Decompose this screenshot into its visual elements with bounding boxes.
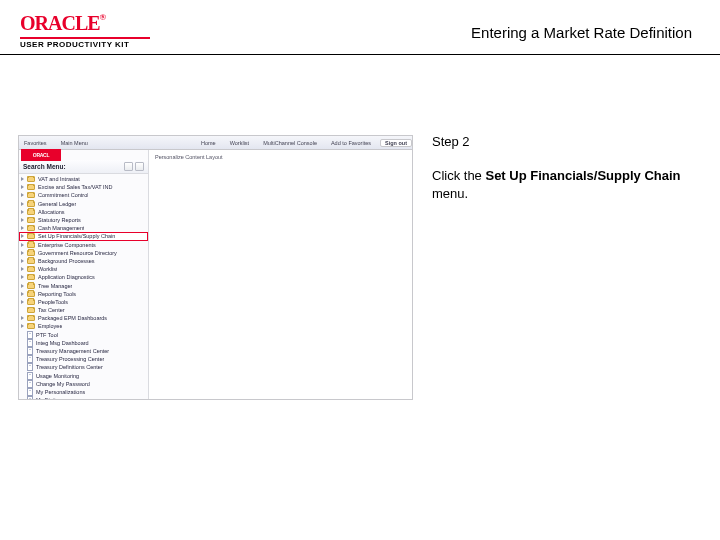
expand-icon [21, 193, 24, 197]
expand-icon [21, 226, 24, 230]
expand-icon [21, 185, 24, 189]
add-favorites-link[interactable]: Add to Favorites [326, 140, 376, 146]
nav-item-label: Enterprise Components [38, 242, 96, 248]
nav-item[interactable]: Background Processes [19, 257, 148, 265]
folder-icon [27, 291, 35, 297]
nav-item[interactable]: Treasury Management Center [19, 347, 148, 355]
folder-icon [27, 299, 35, 305]
instruction-panel: Step 2 Click the Set Up Financials/Suppl… [432, 134, 692, 202]
brand-tag: ORACL [21, 149, 61, 161]
nav-item-label: Application Diagnostics [38, 274, 95, 280]
nav-item[interactable]: Usage Monitoring [19, 372, 148, 380]
instruction-before: Click the [432, 168, 485, 183]
folder-icon [27, 307, 35, 313]
nav-item[interactable]: My Personalizations [19, 388, 148, 396]
main-menu-link[interactable]: Main Menu [56, 140, 93, 146]
nav-item[interactable]: Change My Password [19, 380, 148, 388]
home-link[interactable]: Home [196, 140, 221, 146]
nav-collapse-icon[interactable] [135, 162, 144, 171]
folder-icon [27, 184, 35, 190]
nav-item[interactable]: My Dictionary [19, 396, 148, 400]
folder-icon [27, 266, 35, 272]
folder-icon [27, 209, 35, 215]
folder-icon [27, 323, 35, 329]
nav-item-label: PTF Tool [36, 332, 58, 338]
folder-icon [27, 258, 35, 264]
expand-icon [21, 218, 24, 222]
nav-item[interactable]: Packaged EPM Dashboards [19, 314, 148, 322]
nav-header-label: Search Menu: [23, 163, 66, 170]
expand-icon [21, 234, 24, 238]
nav-item[interactable]: PTF Tool [19, 331, 148, 339]
expand-icon [21, 259, 24, 263]
nav-item-label: Usage Monitoring [36, 373, 79, 379]
folder-icon [27, 250, 35, 256]
logo-subtitle: USER PRODUCTIVITY KIT [20, 40, 150, 49]
logo-text: ORACLE® [20, 12, 150, 35]
expand-icon [21, 177, 24, 181]
nav-item[interactable]: Worklist [19, 265, 148, 273]
nav-item-label: Packaged EPM Dashboards [38, 315, 107, 321]
nav-item[interactable]: Cash Management [19, 224, 148, 232]
nav-item[interactable]: Treasury Definitions Center [19, 363, 148, 371]
nav-item-label: My Dictionary [36, 397, 69, 400]
app-screenshot: Favorites Main Menu Home Worklist MultiC… [18, 135, 413, 400]
nav-item[interactable]: VAT and Intrastat [19, 175, 148, 183]
nav-item[interactable]: Tree Manager [19, 281, 148, 289]
document-icon [27, 355, 33, 363]
folder-icon [27, 176, 35, 182]
document-icon [27, 363, 33, 371]
nav-refresh-icon[interactable] [124, 162, 133, 171]
nav-item-label: Treasury Management Center [36, 348, 109, 354]
nav-item[interactable]: Application Diagnostics [19, 273, 148, 281]
page-header: ORACLE® USER PRODUCTIVITY KIT Entering a… [0, 0, 720, 54]
sign-out-link[interactable]: Sign out [380, 139, 412, 147]
multichannel-link[interactable]: MultiChannel Console [258, 140, 322, 146]
folder-icon [27, 217, 35, 223]
instruction-after: menu. [432, 186, 468, 201]
nav-item[interactable]: Excise and Sales Tax/VAT IND [19, 183, 148, 191]
expand-icon [21, 300, 24, 304]
instruction-text: Click the Set Up Financials/Supply Chain… [432, 167, 692, 202]
nav-sidebar: ORACL Search Menu: VAT and IntrastatExci… [19, 150, 149, 399]
instruction-bold: Set Up Financials/Supply Chain [485, 168, 680, 183]
folder-icon [27, 274, 35, 280]
folder-icon [27, 233, 35, 239]
nav-item-label: Worklist [38, 266, 57, 272]
header-rule [0, 54, 720, 55]
registered-icon: ® [100, 12, 106, 22]
expand-icon [21, 316, 24, 320]
nav-item-label: Excise and Sales Tax/VAT IND [38, 184, 113, 190]
nav-item[interactable]: Commitment Control [19, 191, 148, 199]
nav-item[interactable]: Allocations [19, 208, 148, 216]
nav-item-label: Tree Manager [38, 283, 72, 289]
document-icon [27, 380, 33, 388]
nav-item[interactable]: Integ Msg Dashboard [19, 339, 148, 347]
nav-item[interactable]: Enterprise Components [19, 241, 148, 249]
nav-item[interactable]: Reporting Tools [19, 290, 148, 298]
favorites-link[interactable]: Favorites [19, 140, 52, 146]
nav-item[interactable]: Statutory Reports [19, 216, 148, 224]
personalize-bar[interactable]: Personalize Content Layout [155, 154, 406, 160]
nav-item[interactable]: General Ledger [19, 200, 148, 208]
folder-icon [27, 192, 35, 198]
nav-item[interactable]: Set Up Financials/Supply Chain [19, 232, 148, 240]
nav-menu: VAT and IntrastatExcise and Sales Tax/VA… [19, 174, 148, 400]
nav-item-label: Treasury Processing Center [36, 356, 104, 362]
nav-item-label: Allocations [38, 209, 65, 215]
logo-name: ORACLE [20, 12, 100, 34]
nav-item-label: Set Up Financials/Supply Chain [38, 233, 115, 239]
folder-icon [27, 315, 35, 321]
expand-icon [21, 251, 24, 255]
nav-item[interactable]: Government Resource Directory [19, 249, 148, 257]
expand-icon [21, 202, 24, 206]
nav-item-label: VAT and Intrastat [38, 176, 80, 182]
page-title: Entering a Market Rate Definition [471, 24, 692, 41]
nav-item[interactable]: Tax Center [19, 306, 148, 314]
expand-icon [21, 324, 24, 328]
folder-icon [27, 242, 35, 248]
nav-item[interactable]: PeopleTools [19, 298, 148, 306]
nav-item[interactable]: Employee [19, 322, 148, 330]
worklist-link[interactable]: Worklist [225, 140, 254, 146]
nav-item[interactable]: Treasury Processing Center [19, 355, 148, 363]
